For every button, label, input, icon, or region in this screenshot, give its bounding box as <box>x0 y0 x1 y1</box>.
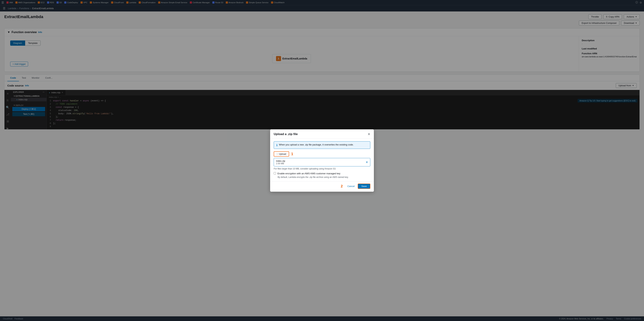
modal-header: Upload a .zip file ✕ <box>270 129 374 135</box>
modal-title: Upload a .zip file <box>274 132 298 135</box>
modal-overlay: Upload a .zip file ✕ ℹ When you upload a… <box>0 0 644 135</box>
upload-zip-modal: Upload a .zip file ✕ ℹ When you upload a… <box>270 129 374 135</box>
modal-close-button[interactable]: ✕ <box>368 132 370 135</box>
